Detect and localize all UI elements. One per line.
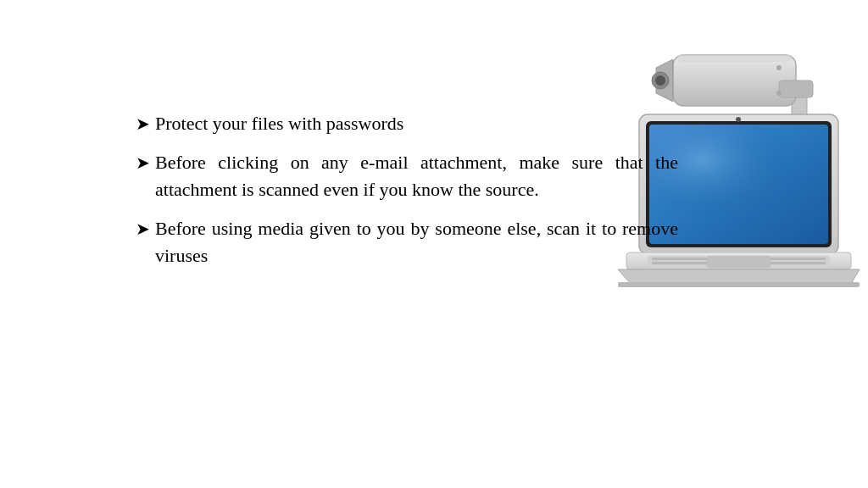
bullet-arrow-1: ➤ xyxy=(136,112,150,136)
bullet-item-1: ➤ Protect your files with passwords xyxy=(136,110,678,137)
svg-rect-8 xyxy=(677,55,792,62)
bullet-list: ➤ Protect your files with passwords ➤ Be… xyxy=(136,110,678,269)
bullet-text-3: Before using media given to you by someo… xyxy=(155,215,678,269)
bullet-arrow-3: ➤ xyxy=(136,217,150,241)
bullet-arrow-2: ➤ xyxy=(136,151,150,175)
bullet-text-1: Protect your files with passwords xyxy=(155,110,678,137)
svg-point-13 xyxy=(736,117,741,122)
bullet-text-2: Before clicking on any e-mail attachment… xyxy=(155,149,678,203)
svg-point-7 xyxy=(776,91,782,96)
bullet-item-2: ➤ Before clicking on any e-mail attachme… xyxy=(136,149,678,203)
content-area: ➤ Protect your files with passwords ➤ Be… xyxy=(136,110,678,280)
svg-rect-20 xyxy=(618,282,860,287)
svg-rect-5 xyxy=(779,80,813,97)
svg-rect-1 xyxy=(673,55,796,106)
svg-rect-18 xyxy=(707,256,771,268)
slide: ➤ Protect your files with passwords ➤ Be… xyxy=(0,0,868,488)
bullet-item-3: ➤ Before using media given to you by som… xyxy=(136,215,678,269)
svg-point-6 xyxy=(776,65,782,70)
svg-point-4 xyxy=(655,75,665,86)
